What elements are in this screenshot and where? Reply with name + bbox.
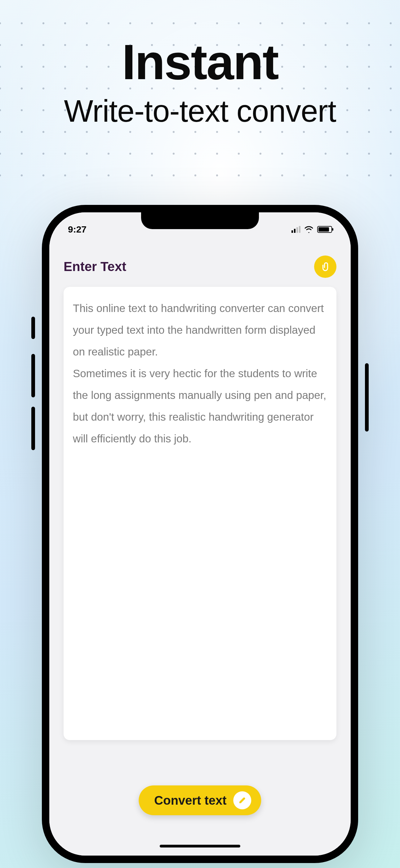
phone-volume-up-button (31, 354, 35, 397)
page-title: Enter Text (64, 259, 126, 274)
screen-header: Enter Text (49, 253, 351, 281)
phone-screen: 9:27 Enter Text (49, 212, 351, 856)
phone-volume-down-button (31, 407, 35, 450)
battery-icon (317, 226, 332, 233)
convert-text-button[interactable]: Convert text (139, 785, 261, 815)
attach-button[interactable] (314, 255, 336, 278)
phone-switch-button (31, 317, 35, 339)
hero-title: Instant (0, 37, 400, 87)
hero-block: Instant Write-to-text convert (0, 0, 400, 129)
status-time: 9:27 (68, 224, 87, 235)
pencil-icon-badge (233, 791, 252, 809)
wifi-icon (304, 226, 313, 233)
convert-button-label: Convert text (154, 794, 226, 807)
status-icons (292, 226, 332, 233)
cellular-signal-icon (292, 226, 300, 233)
phone-mockup: 9:27 Enter Text (42, 205, 358, 863)
text-paragraph: This online text to handwriting converte… (73, 298, 327, 363)
phone-notch (141, 212, 259, 229)
home-indicator[interactable] (160, 845, 240, 847)
paperclip-icon (321, 262, 330, 271)
pencil-icon (238, 796, 247, 805)
text-input-content[interactable]: This online text to handwriting converte… (73, 298, 327, 450)
phone-power-button (365, 363, 369, 432)
text-input-card[interactable]: This online text to handwriting converte… (64, 287, 336, 740)
hero-subtitle: Write-to-text convert (0, 93, 400, 129)
text-paragraph: Sometimes it is very hectic for the stud… (73, 363, 327, 450)
